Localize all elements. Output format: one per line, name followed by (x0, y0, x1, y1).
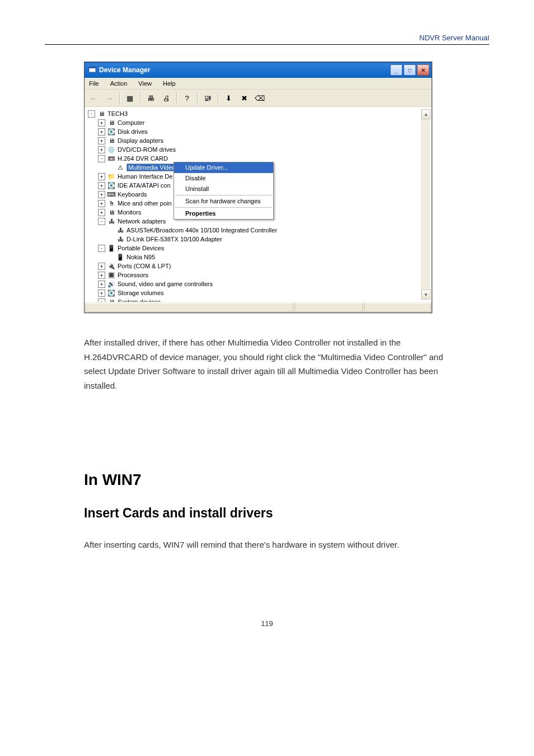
toolbar-separator (176, 92, 177, 104)
node-label: ASUSTeK/Broadcom 440x 10/100 Integrated … (127, 227, 277, 234)
node-icon: 📱 (116, 253, 125, 261)
menu-view[interactable]: View (136, 79, 154, 88)
expand-toggle[interactable]: + (98, 272, 105, 279)
menu-action[interactable]: Action (108, 79, 130, 88)
menu-help[interactable]: Help (161, 79, 178, 88)
device-manager-window: Device Manager _ □ ✕ File Action View He… (84, 62, 432, 313)
expand-toggle[interactable]: - (98, 155, 105, 162)
node-label: Human Interface De (118, 173, 172, 180)
node-label: Display adapters (118, 137, 163, 144)
node-icon: 💽 (107, 289, 116, 297)
toolbar-separator (197, 92, 198, 104)
tree-node[interactable]: +🖥System devices (87, 297, 421, 302)
expand-toggle[interactable]: + (98, 191, 105, 198)
node-icon: 📁 (107, 172, 116, 180)
tree-node[interactable]: +🖥Computer (87, 118, 421, 127)
node-icon: 🔳 (107, 271, 116, 279)
close-button[interactable]: ✕ (417, 64, 429, 76)
expand-toggle (108, 236, 114, 242)
tree-node[interactable]: 🖧ASUSTeK/Broadcom 440x 10/100 Integrated… (87, 226, 421, 235)
uninstall-icon[interactable]: ⌫ (253, 91, 266, 105)
titlebar[interactable]: Device Manager _ □ ✕ (85, 62, 432, 78)
node-label: Mice and other poin (118, 200, 172, 207)
expand-toggle[interactable]: + (98, 119, 105, 127)
node-icon: 🔌 (107, 262, 116, 270)
expand-toggle[interactable]: + (98, 263, 105, 270)
tree-node[interactable]: +💽Storage volumes (87, 288, 421, 297)
header-rule (45, 44, 489, 45)
expand-toggle[interactable]: + (98, 173, 105, 180)
context-menu: Update Driver...DisableUninstallScan for… (174, 162, 274, 220)
expand-toggle[interactable]: + (98, 128, 105, 136)
expand-toggle[interactable]: + (98, 137, 105, 144)
scroll-up-icon[interactable]: ▲ (421, 109, 430, 119)
paragraph-1: After installed driver, if there has oth… (84, 335, 450, 393)
node-label: Portable Devices (118, 245, 164, 251)
print-icon[interactable]: 🖶 (144, 91, 157, 105)
context-item[interactable]: Update Driver... (174, 162, 273, 173)
node-icon: 💽 (107, 128, 116, 136)
minimize-button[interactable]: _ (390, 64, 402, 76)
page-number: 119 (45, 619, 489, 628)
tree-node[interactable]: +🖥Display adapters (87, 136, 421, 145)
tree-node[interactable]: +💿DVD/CD-ROM drives (87, 145, 421, 154)
toolbar-separator (140, 92, 140, 104)
expand-toggle[interactable]: + (98, 182, 105, 189)
node-icon: ⚠ (116, 164, 125, 171)
expand-toggle[interactable]: + (98, 209, 105, 216)
context-item[interactable]: Scan for hardware changes (174, 196, 273, 207)
node-icon: ⌨ (107, 190, 116, 198)
node-label: Nokia N95 (127, 254, 155, 260)
node-label: System devices (118, 298, 161, 302)
tree-node[interactable]: +🔊Sound, video and game controllers (87, 279, 421, 288)
maximize-button[interactable]: □ (404, 64, 416, 76)
expand-toggle[interactable]: - (88, 110, 95, 118)
expand-toggle[interactable]: + (98, 146, 105, 153)
tree-node[interactable]: 📱Nokia N95 (87, 253, 421, 262)
expand-toggle[interactable]: + (98, 298, 105, 302)
paragraph-2: After inserting cards, WIN7 will remind … (84, 538, 450, 552)
expand-toggle[interactable]: + (98, 290, 105, 297)
tree-node[interactable]: -📱Portable Devices (87, 244, 421, 253)
context-item[interactable]: Properties (174, 208, 273, 219)
print2-icon[interactable]: 🖨 (160, 91, 173, 105)
disable-icon[interactable]: ✖ (237, 91, 251, 105)
context-item[interactable]: Uninstall (174, 184, 273, 194)
node-icon: 🖥 (107, 298, 116, 302)
scroll-down-icon[interactable]: ▼ (421, 290, 430, 300)
context-item[interactable]: Disable (174, 173, 273, 184)
statusbar (85, 302, 432, 312)
node-icon: 🖧 (107, 217, 116, 225)
heading-win7: In WIN7 (84, 471, 450, 489)
node-label: Keyboards (118, 191, 147, 198)
help-icon[interactable]: ? (180, 91, 194, 105)
heading-insert-cards: Insert Cards and install drivers (84, 506, 450, 521)
tree-area: - 🖥 TECH3 +🖥Computer+💽Disk drives+🖥Displ… (85, 107, 432, 302)
expand-toggle[interactable]: - (98, 245, 105, 252)
computer-root-icon: 🖥 (97, 110, 106, 118)
expand-toggle[interactable]: + (98, 281, 105, 288)
node-icon: 🖥 (107, 208, 116, 216)
node-label: Storage volumes (118, 290, 164, 296)
node-icon: 💽 (107, 181, 116, 189)
tree-node[interactable]: +🔌Ports (COM & LPT) (87, 262, 421, 270)
node-icon: 📱 (107, 244, 116, 252)
menu-file[interactable]: File (87, 79, 101, 88)
scan-icon[interactable]: 🖳 (201, 91, 214, 105)
node-label: Ports (COM & LPT) (118, 263, 171, 269)
expand-toggle[interactable]: + (98, 200, 105, 207)
tree-node[interactable]: +🔳Processors (87, 270, 421, 279)
expand-toggle[interactable]: - (98, 218, 105, 225)
back-icon: ← (87, 91, 100, 105)
enable-icon[interactable]: ⬇ (222, 91, 235, 105)
node-label: DVD/CD-ROM drives (118, 146, 176, 153)
node-label: Disk drives (118, 128, 148, 135)
scrollbar[interactable]: ▲ ▼ (421, 109, 430, 300)
tree-node[interactable]: +💽Disk drives (87, 127, 421, 136)
device-tree[interactable]: - 🖥 TECH3 +🖥Computer+💽Disk drives+🖥Displ… (87, 109, 421, 300)
node-icon: 🖱 (107, 199, 116, 207)
properties-icon[interactable]: ▦ (123, 91, 137, 105)
node-label: Network adapters (118, 218, 166, 225)
tree-node[interactable]: 🖧D-Link DFE-538TX 10/100 Adapter (87, 235, 421, 244)
toolbar: ←→▦🖶🖨?🖳⬇✖⌫ (85, 90, 432, 107)
